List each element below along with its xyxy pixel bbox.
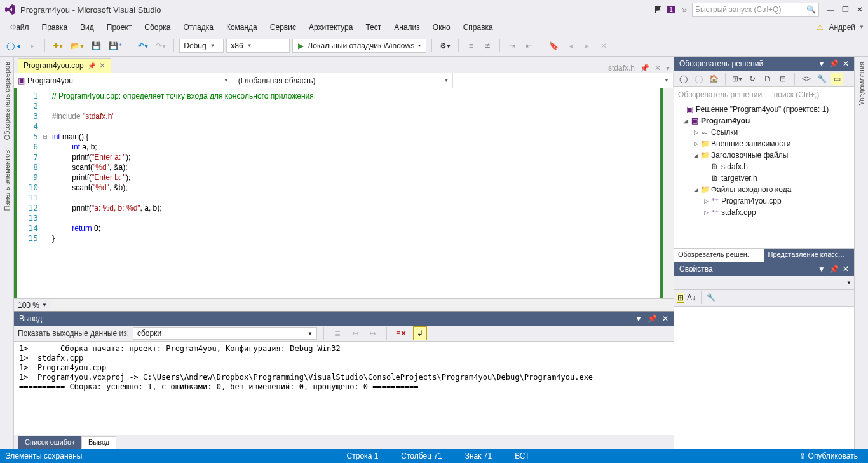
refresh-icon[interactable]: ↻ <box>746 73 759 85</box>
scope-icon[interactable]: ⊞▾ <box>731 73 743 85</box>
output-header[interactable]: Вывод ▼ 📌 ✕ <box>14 312 674 326</box>
nav-fwd-icon[interactable]: ◯ <box>692 73 705 85</box>
solution-search[interactable] <box>674 87 854 102</box>
publish-button[interactable]: ⇪ Опубликовать <box>794 452 863 460</box>
tab-solution-explorer[interactable]: Обозреватель решен... <box>674 248 764 262</box>
wrench-icon[interactable]: 🔧 <box>707 293 716 302</box>
bookmark-prev-button[interactable]: ◂ <box>564 39 578 53</box>
tree-project[interactable]: ◢▣Program4you <box>674 115 854 127</box>
solution-search-input[interactable] <box>674 87 854 102</box>
categorize-icon[interactable]: ⊞ <box>677 293 684 303</box>
panel-pin-icon[interactable]: 📌 <box>648 314 657 323</box>
menu-tools[interactable]: Сервис <box>264 20 302 34</box>
undo-button[interactable]: ↶▾ <box>135 39 151 53</box>
output-prev-button[interactable]: ↤ <box>348 326 362 340</box>
menu-edit[interactable]: Правка <box>36 20 74 34</box>
code-editor[interactable]: 123456789101112131415 ⊟ // Program4you.c… <box>14 88 674 298</box>
solution-tree[interactable]: ▣Решение "Program4you" (проектов: 1) ◢▣P… <box>674 102 854 248</box>
pin-icon[interactable]: 📌 <box>88 62 95 69</box>
output-next-button[interactable]: ↦ <box>366 326 380 340</box>
menu-team[interactable]: Команда <box>220 20 264 34</box>
alpha-sort-icon[interactable]: A↓ <box>687 293 696 302</box>
file-tab-active[interactable]: Program4you.cpp 📌 ✕ <box>18 58 111 73</box>
feedback-icon[interactable]: ☺ <box>681 5 688 14</box>
bookmark-button[interactable]: 🔖 <box>546 39 561 53</box>
pin-icon[interactable]: 📌 <box>640 64 649 73</box>
tab-error-list[interactable]: Список ошибок <box>18 436 81 449</box>
tree-source-file[interactable]: ▷⁺⁺stdafx.cpp <box>674 207 854 218</box>
menu-view[interactable]: Вид <box>74 20 100 34</box>
user-name[interactable]: Андрей <box>829 23 855 32</box>
fold-column[interactable]: ⊟ <box>43 88 52 298</box>
bookmark-next-button[interactable]: ▸ <box>580 39 594 53</box>
panel-close-icon[interactable]: ✕ <box>843 59 849 68</box>
menu-window[interactable]: Окно <box>426 20 457 34</box>
start-debug-button[interactable]: ▶ Локальный отладчик Windows ▾ <box>292 39 426 53</box>
member-combo[interactable]: ▼ <box>454 73 674 88</box>
close-tab-icon[interactable]: ✕ <box>654 64 661 73</box>
save-button[interactable]: 💾 <box>89 39 104 53</box>
close-button[interactable]: ✕ <box>857 5 863 15</box>
quick-launch-field[interactable] <box>695 5 806 14</box>
show-all-icon[interactable]: 🗋 <box>761 73 774 85</box>
output-wrap-button[interactable]: ↲ <box>413 326 427 340</box>
wrench-icon[interactable]: 🔧 <box>815 73 828 85</box>
nav-back-button[interactable]: ◯ ◂ <box>4 39 23 53</box>
rail-notifications[interactable]: Уведомления <box>857 57 867 111</box>
save-all-button[interactable]: 💾⁺ <box>106 39 125 53</box>
warning-icon[interactable]: ⚠ <box>817 23 824 32</box>
function-combo[interactable]: (Глобальная область)▼ <box>234 73 454 88</box>
user-dropdown-icon[interactable]: ▼ <box>859 24 864 30</box>
notification-count[interactable]: 1 <box>667 6 675 13</box>
tree-references[interactable]: ▷▫▫Ссылки <box>674 127 854 138</box>
tab-overflow-icon[interactable]: ▾ <box>666 64 670 73</box>
output-source-combo[interactable]: сборки▼ <box>133 327 317 340</box>
nav-fwd-button[interactable]: ▸ <box>25 39 39 53</box>
uncomment-button[interactable]: ≢ <box>480 39 494 53</box>
tree-source-files[interactable]: ◢📁Файлы исходного кода <box>674 184 854 195</box>
menu-arch[interactable]: Архитектура <box>302 20 360 34</box>
horizontal-scrollbar[interactable] <box>51 300 674 310</box>
menu-analyze[interactable]: Анализ <box>388 20 426 34</box>
process-button[interactable]: ⚙▾ <box>437 39 453 53</box>
tab-output[interactable]: Вывод <box>81 436 116 449</box>
tree-external-deps[interactable]: ▷📁Внешние зависимости <box>674 138 854 149</box>
outdent-button[interactable]: ⇤ <box>522 39 536 53</box>
menu-debug[interactable]: Отладка <box>177 20 219 34</box>
output-clear-button[interactable]: ≡✕ <box>393 326 409 340</box>
menu-file[interactable]: Файл <box>4 20 36 34</box>
panel-dropdown-icon[interactable]: ▼ <box>818 59 825 68</box>
zoom-combo[interactable]: 100 %▼ <box>14 301 51 310</box>
properties-combo[interactable]: ▼ <box>674 276 854 290</box>
config-combo[interactable]: Debug▼ <box>179 39 224 53</box>
collapse-icon[interactable]: ⊟ <box>776 73 789 85</box>
panel-dropdown-icon[interactable]: ▼ <box>635 314 642 323</box>
panel-pin-icon[interactable]: 📌 <box>829 59 839 68</box>
maximize-button[interactable]: ❐ <box>842 5 849 15</box>
file-tab-secondary[interactable]: stdafx.h <box>608 64 635 73</box>
nav-back-icon[interactable]: ◯ <box>677 73 689 85</box>
properties-header[interactable]: Свойства ▼📌✕ <box>674 262 854 276</box>
output-text[interactable]: 1>------ Сборка начата: проект: Program4… <box>14 342 674 435</box>
code-content[interactable]: // Program4you.cpp: определяет точку вхо… <box>52 88 659 298</box>
minimize-button[interactable]: — <box>827 5 834 15</box>
scope-combo[interactable]: ▣ Program4you▼ <box>14 73 233 88</box>
home-icon[interactable]: 🏠 <box>707 73 720 85</box>
panel-close-icon[interactable]: ✕ <box>843 265 849 273</box>
menu-build[interactable]: Сборка <box>138 20 177 34</box>
redo-button[interactable]: ↷▾ <box>153 39 168 53</box>
solution-explorer-header[interactable]: Обозреватель решений ▼📌✕ <box>674 57 854 71</box>
tree-header-files[interactable]: ◢📁Заголовочные файлы <box>674 149 854 161</box>
panel-dropdown-icon[interactable]: ▼ <box>818 265 825 273</box>
new-project-button[interactable]: ✚▾ <box>50 39 65 53</box>
quick-launch-input[interactable]: 🔍 <box>692 3 819 17</box>
vertical-scrollbar[interactable] <box>663 88 674 298</box>
tree-header-file[interactable]: 🗎stdafx.h <box>674 161 854 172</box>
rail-server-explorer[interactable]: Обозреватель серверов <box>2 57 12 145</box>
preview-icon[interactable]: ▭ <box>831 73 843 85</box>
properties-grid[interactable] <box>674 307 854 450</box>
tree-source-file[interactable]: ▷⁺⁺Program4you.cpp <box>674 195 854 207</box>
rail-toolbox[interactable]: Панель элементов <box>2 145 12 216</box>
platform-combo[interactable]: x86▼ <box>226 39 290 53</box>
menu-help[interactable]: Справка <box>457 20 499 34</box>
